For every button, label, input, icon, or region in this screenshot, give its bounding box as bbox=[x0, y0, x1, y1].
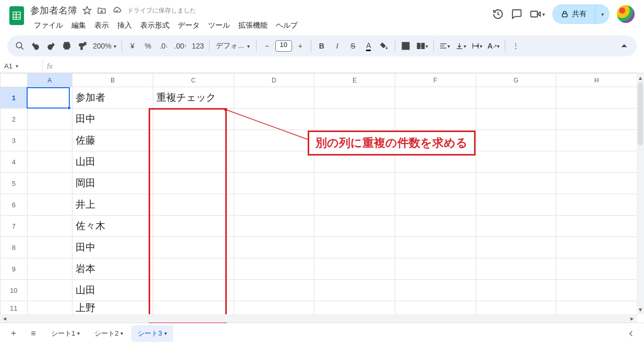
add-sheet-button[interactable]: ＋ bbox=[5, 325, 22, 342]
scroll-left-icon[interactable]: ◂ bbox=[1, 315, 8, 322]
meet-icon[interactable]: ▾ bbox=[530, 8, 545, 20]
share-button[interactable]: 共有 bbox=[552, 4, 595, 24]
zoom-select[interactable]: 200%▾ bbox=[91, 42, 118, 50]
cell-H9[interactable] bbox=[556, 258, 637, 280]
cell-D10[interactable] bbox=[234, 280, 314, 301]
cell-F10[interactable] bbox=[395, 280, 476, 301]
cell-A11[interactable] bbox=[27, 301, 72, 315]
cell-E3[interactable] bbox=[314, 130, 395, 151]
cell-C6[interactable] bbox=[153, 194, 234, 216]
scroll-thumb[interactable] bbox=[638, 82, 643, 145]
increase-font-button[interactable]: + bbox=[293, 39, 308, 53]
cell-A1[interactable] bbox=[27, 87, 72, 109]
sheet-tab-シート2[interactable]: シート2▾ bbox=[88, 325, 129, 342]
column-header-H[interactable]: H bbox=[556, 74, 637, 87]
menu-挿入[interactable]: 挿入 bbox=[114, 19, 136, 32]
borders-button[interactable] bbox=[398, 39, 413, 53]
menu-ヘルプ[interactable]: ヘルプ bbox=[272, 19, 301, 32]
menu-表示形式[interactable]: 表示形式 bbox=[137, 19, 173, 32]
cell-B8[interactable]: 田中 bbox=[72, 237, 153, 258]
cell-A8[interactable] bbox=[27, 237, 72, 258]
more-formats-button[interactable]: 123 bbox=[190, 39, 206, 53]
share-dropdown[interactable]: ▾ bbox=[595, 4, 610, 24]
row-header-11[interactable]: 11 bbox=[1, 301, 28, 315]
menu-表示[interactable]: 表示 bbox=[91, 19, 113, 32]
cell-B6[interactable]: 井上 bbox=[72, 194, 153, 216]
row-header-4[interactable]: 4 bbox=[1, 151, 28, 173]
cell-G5[interactable] bbox=[476, 173, 556, 194]
italic-button[interactable]: I bbox=[330, 39, 345, 53]
cell-F2[interactable] bbox=[395, 109, 476, 130]
cell-B4[interactable]: 山田 bbox=[72, 151, 153, 173]
wrap-button[interactable]: ▾ bbox=[469, 39, 484, 53]
row-header-2[interactable]: 2 bbox=[1, 109, 28, 130]
cell-G7[interactable] bbox=[476, 216, 556, 237]
currency-button[interactable]: ¥ bbox=[125, 39, 140, 53]
cell-D9[interactable] bbox=[234, 258, 314, 280]
menu-ファイル[interactable]: ファイル bbox=[30, 19, 67, 32]
undo-button[interactable] bbox=[28, 39, 43, 53]
cell-H4[interactable] bbox=[556, 151, 637, 173]
spreadsheet-grid[interactable]: ABCDEFGH 1参加者重複チェック2田中3佐藤4山田5岡田6井上7佐々木8田… bbox=[0, 73, 637, 315]
cell-G1[interactable] bbox=[476, 87, 556, 109]
cell-C11[interactable] bbox=[153, 301, 234, 315]
cell-C1[interactable]: 重複チェック bbox=[153, 87, 234, 109]
select-all-corner[interactable] bbox=[1, 74, 28, 87]
cell-F1[interactable] bbox=[395, 87, 476, 109]
column-header-D[interactable]: D bbox=[234, 74, 314, 87]
cell-C4[interactable] bbox=[153, 151, 234, 173]
cell-F9[interactable] bbox=[395, 258, 476, 280]
cell-G4[interactable] bbox=[476, 151, 556, 173]
cell-H3[interactable] bbox=[556, 130, 637, 151]
menu-編集[interactable]: 編集 bbox=[68, 19, 90, 32]
cell-G9[interactable] bbox=[476, 258, 556, 280]
cell-E7[interactable] bbox=[314, 216, 395, 237]
row-header-5[interactable]: 5 bbox=[1, 173, 28, 194]
row-header-8[interactable]: 8 bbox=[1, 237, 28, 258]
menu-拡張機能[interactable]: 拡張機能 bbox=[235, 19, 271, 32]
column-header-E[interactable]: E bbox=[314, 74, 395, 87]
cell-A2[interactable] bbox=[27, 109, 72, 130]
cell-F11[interactable] bbox=[395, 301, 476, 315]
cell-E5[interactable] bbox=[314, 173, 395, 194]
cell-E2[interactable] bbox=[314, 109, 395, 130]
cell-E11[interactable] bbox=[314, 301, 395, 315]
valign-button[interactable]: ▾ bbox=[453, 39, 468, 53]
menu-ツール[interactable]: ツール bbox=[204, 19, 234, 32]
sheets-logo[interactable] bbox=[7, 4, 26, 28]
text-color-button[interactable]: A bbox=[361, 39, 376, 53]
explore-button[interactable] bbox=[623, 326, 639, 341]
halign-button[interactable]: ▾ bbox=[437, 39, 452, 53]
row-header-3[interactable]: 3 bbox=[1, 130, 28, 151]
cell-H7[interactable] bbox=[556, 216, 637, 237]
cell-H8[interactable] bbox=[556, 237, 637, 258]
cell-G6[interactable] bbox=[476, 194, 556, 216]
cell-B9[interactable]: 岩本 bbox=[72, 258, 153, 280]
collapse-toolbar-button[interactable] bbox=[617, 39, 631, 53]
cell-H2[interactable] bbox=[556, 109, 637, 130]
column-header-A[interactable]: A bbox=[27, 74, 72, 87]
scroll-up-icon[interactable]: ▴ bbox=[639, 74, 642, 81]
cell-F6[interactable] bbox=[395, 194, 476, 216]
cell-H6[interactable] bbox=[556, 194, 637, 216]
decrease-decimal-button[interactable]: .0↓ bbox=[156, 39, 171, 53]
increase-decimal-button[interactable]: .00↑ bbox=[172, 39, 189, 53]
cell-H11[interactable] bbox=[556, 301, 637, 315]
row-header-6[interactable]: 6 bbox=[1, 194, 28, 216]
vertical-scrollbar[interactable]: ▴ ▾ bbox=[637, 73, 644, 314]
cell-C5[interactable] bbox=[153, 173, 234, 194]
redo-button[interactable] bbox=[44, 39, 58, 53]
cell-A7[interactable] bbox=[27, 216, 72, 237]
cell-A4[interactable] bbox=[27, 151, 72, 173]
more-toolbar-button[interactable]: ⋮ bbox=[508, 39, 523, 53]
cell-B1[interactable]: 参加者 bbox=[72, 87, 153, 109]
sheet-tab-シート1[interactable]: シート1▾ bbox=[45, 325, 86, 342]
cell-G3[interactable] bbox=[476, 130, 556, 151]
paint-format-button[interactable] bbox=[75, 39, 90, 53]
cell-D6[interactable] bbox=[234, 194, 314, 216]
all-sheets-button[interactable]: ≡ bbox=[25, 325, 42, 342]
search-menus-button[interactable] bbox=[13, 39, 27, 53]
scroll-right-icon[interactable]: ▸ bbox=[628, 315, 636, 322]
column-header-B[interactable]: B bbox=[72, 74, 153, 87]
cell-A10[interactable] bbox=[27, 280, 72, 301]
